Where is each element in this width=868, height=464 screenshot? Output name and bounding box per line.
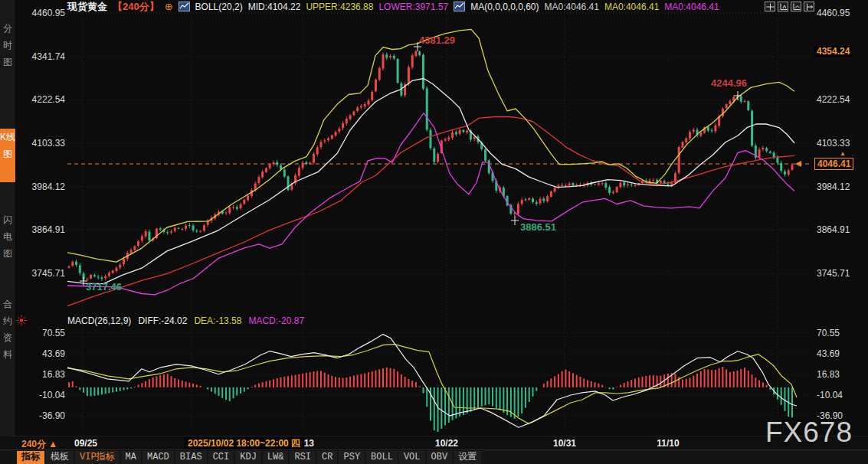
axis-tick-label: 70.55 — [23, 328, 65, 338]
time-axis-row: 240分 ▲ 09/2510/1310/2210/3111/10 2025/10… — [0, 436, 868, 450]
y-axis-scale-icon[interactable] — [778, 2, 788, 11]
axis-tick-label: 4222.54 — [23, 94, 65, 105]
high-price-marker: 4381.29 — [419, 34, 455, 46]
boll-lower-value: LOWER:3971.57 — [378, 2, 448, 12]
chart-header: 现货黄金 【240分】 ⊕ BOLL(20,2) MID:4104.22 UPP… — [67, 1, 719, 12]
ma-title: MA(0,0,0,0,0,60) — [470, 2, 539, 12]
indicator-tab-模板[interactable]: 模板 — [46, 451, 74, 464]
indicator-tab-LW&[interactable]: LW& — [263, 451, 289, 464]
axis-tick-label: 4222.54 — [817, 94, 864, 105]
axis-tick-label: -10.04 — [23, 390, 65, 400]
axis-tick-label: 43.69 — [23, 348, 65, 359]
bar-time-tooltip: 2025/10/02 18:00~22:00 四 — [184, 437, 304, 449]
axis-tick-label: 3864.91 — [817, 224, 864, 235]
indicator-tab-BOLL[interactable]: BOLL — [366, 451, 398, 464]
sidebar-item-3[interactable]: 闪电图 — [0, 211, 15, 262]
indicator-tab-VIP指标[interactable]: VIP指标 — [75, 451, 120, 464]
indicator-tab-CCI[interactable]: CCI — [208, 451, 234, 464]
x-axis-scale-icon[interactable] — [791, 2, 801, 11]
axis-tick-label: 3864.91 — [23, 224, 65, 235]
macd-header: MACD(26,12,9) DIFF:-24.02 DEA:-13.58 MAC… — [67, 315, 304, 326]
axis-tick-label: 4341.74 — [23, 51, 65, 62]
low-price-marker: 3717.46 — [86, 281, 122, 292]
axis-tick-label: 3984.12 — [817, 181, 864, 192]
period-label: 【240分】 — [113, 0, 159, 14]
indicator-tab-MA[interactable]: MA — [121, 451, 141, 464]
ma-value-3: MA0:4046.41 — [664, 2, 719, 12]
fx678-watermark: FX678 — [765, 417, 853, 449]
indicator-tab-BIAS[interactable]: BIAS — [175, 451, 207, 464]
chart-toolbar — [765, 2, 814, 11]
symbol-name: 现货黄金 — [67, 0, 107, 14]
axis-tick-label: 4460.95 — [23, 8, 65, 18]
ma-value-2: MA0:4046.41 — [604, 2, 659, 12]
axis-tick-label: 70.55 — [817, 328, 864, 338]
sidebar-item-4[interactable]: 合约资料 — [0, 296, 15, 364]
axis-tick-label: 4103.33 — [23, 138, 65, 149]
sidebar-item-1[interactable]: 分时图 — [0, 20, 15, 70]
date-label: 10/31 — [553, 438, 576, 449]
macd-macd-value: MACD:-20.87 — [248, 315, 304, 326]
app-window: 4381.294244.963886.513717.46 分时图K线图闪电图合约… — [0, 0, 868, 464]
indicator-tab-CR[interactable]: CR — [317, 451, 337, 464]
boll-upper-value: UPPER:4236.88 — [306, 2, 373, 12]
date-label: 11/10 — [657, 438, 679, 449]
sidebar: 分时图K线图闪电图合约资料 — [0, 0, 16, 436]
axis-tick-label: 43.69 — [817, 348, 864, 359]
axis-tick-label: 4103.33 — [817, 138, 864, 149]
move-crosshair-icon[interactable] — [765, 2, 775, 11]
indicator-tab-OBV[interactable]: OBV — [427, 451, 453, 464]
indicator-tab-KDJ[interactable]: KDJ — [235, 451, 261, 464]
shift-data-right-icon[interactable] — [804, 2, 814, 11]
low-price-marker: 3886.51 — [520, 221, 556, 233]
indicator-tab-bar: 指标模板VIP指标MAMACDBIASCCIKDJLW&RSICRPSYBOLL… — [0, 449, 868, 464]
axis-tick-label: 16.83 — [23, 369, 65, 380]
axis-tick-label: -36.90 — [23, 410, 65, 421]
axis-tick-label: 3745.71 — [817, 268, 864, 279]
indicator-thumb-icon — [454, 2, 465, 11]
indicator-tab-PSY[interactable]: PSY — [339, 451, 365, 464]
date-label: 10/22 — [435, 438, 458, 449]
hot-sun-icon — [16, 315, 27, 329]
axis-tick-label: 4460.95 — [817, 8, 864, 18]
price-up-arrow-icon: ▲ — [840, 150, 846, 157]
ma-value-1: MA0:4046.41 — [545, 2, 599, 12]
indicator-thumb-icon — [179, 2, 190, 11]
date-label: 09/25 — [74, 438, 97, 449]
macd-dea-value: DEA:-13.58 — [194, 315, 241, 326]
axis-tick-label: 3745.71 — [23, 268, 65, 279]
axis-tick-label: 16.83 — [817, 369, 864, 380]
price-tag: 4354.24 — [814, 46, 852, 57]
boll-mid-value: MID:4104.22 — [248, 2, 301, 12]
indicator-tab-设置[interactable]: 设置 — [454, 451, 481, 464]
add-indicator-icon[interactable]: ⊕ — [165, 2, 173, 11]
sidebar-item-2[interactable]: K线图 — [0, 129, 15, 182]
macd-diff-value: DIFF:-24.02 — [138, 315, 187, 326]
high-price-marker: 4244.96 — [711, 77, 747, 89]
indicator-tab-VOL[interactable]: VOL — [399, 451, 425, 464]
axis-tick-label: -10.04 — [817, 390, 864, 400]
indicator-tab-指标[interactable]: 指标 — [17, 451, 44, 464]
axis-tick-label: 3984.12 — [23, 181, 65, 192]
macd-title: MACD(26,12,9) — [67, 315, 131, 326]
candlestick-chart-canvas[interactable]: 4381.294244.963886.513717.46 — [0, 0, 868, 464]
price-tag: 4046.41 — [814, 158, 853, 170]
boll-title: BOLL(20,2) — [195, 2, 243, 12]
indicator-tab-RSI[interactable]: RSI — [290, 451, 316, 464]
indicator-tab-MACD[interactable]: MACD — [142, 451, 174, 464]
